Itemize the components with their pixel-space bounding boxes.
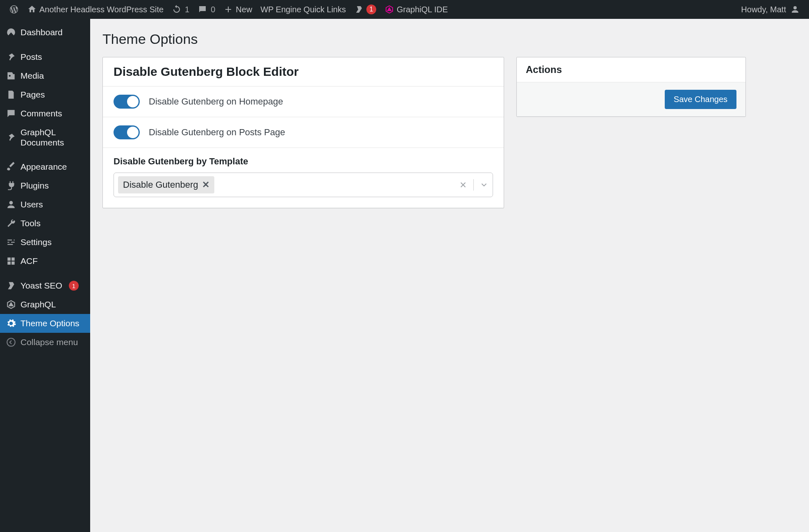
template-section: Disable Gutenberg by Template Disable Gu… [103,148,504,208]
site-title: Another Headless WordPress Site [39,5,164,14]
wp-logo-menu[interactable] [5,0,23,19]
sidebar-item-appearance[interactable]: Appearance [0,157,90,176]
yoast-icon [6,280,16,291]
toggle-disable-homepage[interactable] [114,95,140,109]
sidebar-item-label: Posts [20,52,42,62]
dashboard-icon [6,27,16,38]
multiselect-clear-icon[interactable] [459,180,468,189]
yoast-badge: 1 [366,5,376,14]
gear-icon [6,318,16,329]
media-icon [6,70,16,81]
actions-panel: Actions Save Changes [516,57,746,117]
option-row-posts-page: Disable Gutenberg on Posts Page [103,117,504,148]
graphiql-ide-link[interactable]: GraphiQL IDE [380,0,452,19]
comment-icon [198,5,207,14]
sidebar-item-tools[interactable]: Tools [0,214,90,233]
wpengine-label: WP Engine Quick Links [260,5,346,14]
sidebar-item-label: GraphQL [20,300,56,309]
comments-count: 0 [211,5,215,14]
sidebar-item-label: Yoast SEO [20,281,62,291]
actions-heading: Actions [517,57,745,82]
panel-heading: Disable Gutenberg Block Editor [103,57,504,86]
chip-label: Disable Gutenberg [123,180,198,190]
graphql-icon [384,5,394,14]
user-icon [6,199,16,210]
option-row-homepage: Disable Gutenberg on Homepage [103,86,504,117]
wordpress-icon [9,5,19,14]
graphiql-label: GraphiQL IDE [397,5,448,14]
template-chip: Disable Gutenberg ✕ [118,176,214,193]
collapse-icon [6,337,16,348]
sidebar-item-yoast-seo[interactable]: Yoast SEO 1 [0,276,90,295]
pages-icon [6,89,16,100]
collapse-label: Collapse menu [20,337,78,347]
plug-icon [6,180,16,191]
template-multiselect[interactable]: Disable Gutenberg ✕ [114,173,493,197]
sidebar-item-comments[interactable]: Comments [0,104,90,123]
sidebar-item-posts[interactable]: Posts [0,48,90,66]
option-label: Disable Gutenberg on Posts Page [149,127,285,138]
sidebar-item-label: Appearance [20,162,67,172]
new-content-menu[interactable]: New [219,0,256,19]
sidebar-item-label: Theme Options [20,318,80,328]
main-content: Theme Options Disable Gutenberg Block Ed… [90,19,809,532]
save-changes-button[interactable]: Save Changes [665,90,736,109]
greeting-text: Howdy, Matt [741,5,786,14]
template-section-label: Disable Gutenberg by Template [114,156,493,167]
sidebar-item-dashboard[interactable]: Dashboard [0,23,90,42]
page-title: Theme Options [102,31,797,47]
sidebar-item-label: Users [20,200,43,209]
sidebar-item-graphql[interactable]: GraphQL [0,295,90,314]
toggle-disable-posts-page[interactable] [114,125,140,139]
sidebar-item-theme-options[interactable]: Theme Options [0,314,90,333]
update-icon [172,5,182,14]
sidebar-item-acf[interactable]: ACF [0,252,90,271]
sidebar-item-pages[interactable]: Pages [0,85,90,104]
divider [473,179,474,191]
user-avatar-icon [790,5,800,14]
wrench-icon [6,218,16,229]
pin-icon [6,132,16,143]
grid-icon [6,256,16,266]
collapse-menu-button[interactable]: Collapse menu [0,333,90,352]
chip-remove-icon[interactable]: ✕ [202,180,209,190]
sliders-icon [6,237,16,248]
chevron-down-icon[interactable] [479,180,489,189]
plus-icon [223,5,233,14]
sidebar-item-media[interactable]: Media [0,66,90,85]
sidebar-item-label: Pages [20,90,45,100]
sidebar-item-label: Dashboard [20,27,63,37]
updates-count: 1 [185,5,189,14]
sidebar-item-label: Media [20,71,44,81]
comments-menu[interactable]: 0 [193,0,219,19]
wpengine-quick-links[interactable]: WP Engine Quick Links [256,0,350,19]
svg-point-0 [7,339,15,347]
sidebar-item-label: Plugins [20,181,49,191]
yoast-adminbar[interactable]: 1 [350,0,380,19]
sidebar-item-graphql-documents[interactable]: GraphQL Documents [0,123,90,152]
sidebar-item-label: ACF [20,256,38,266]
gutenberg-panel: Disable Gutenberg Block Editor Disable G… [102,57,504,208]
toggle-knob [127,96,139,107]
new-label: New [236,5,252,14]
graphql-icon [6,299,16,310]
multiselect-controls [459,179,489,191]
toggle-knob [127,127,139,138]
yoast-update-badge: 1 [69,281,79,291]
sidebar-item-plugins[interactable]: Plugins [0,176,90,195]
sidebar-item-label: Comments [20,109,62,118]
sidebar-item-settings[interactable]: Settings [0,233,90,252]
site-name-menu[interactable]: Another Headless WordPress Site [23,0,168,19]
updates-menu[interactable]: 1 [168,0,193,19]
sidebar-item-label: Tools [20,218,41,228]
admin-sidebar: Dashboard Posts Media Pages Comments Gra… [0,19,90,532]
home-icon [27,5,37,14]
sidebar-item-label: Settings [20,237,52,247]
brush-icon [6,161,16,172]
comment-icon [6,108,16,119]
pin-icon [6,52,16,62]
admin-bar: Another Headless WordPress Site 1 0 New … [0,0,809,19]
account-menu[interactable]: Howdy, Matt [737,0,804,19]
sidebar-item-label: GraphQL Documents [20,127,84,148]
sidebar-item-users[interactable]: Users [0,195,90,214]
